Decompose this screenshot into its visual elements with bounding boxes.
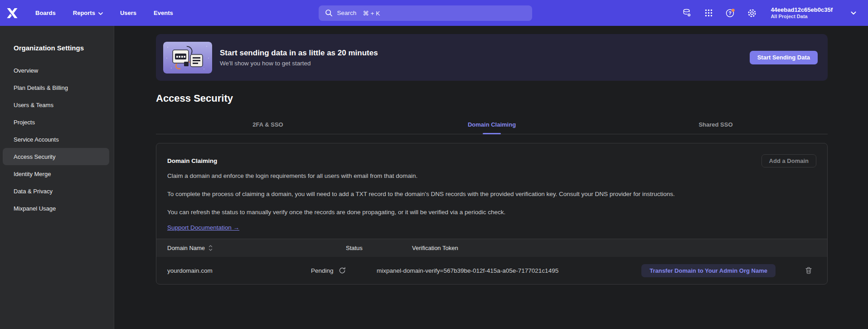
help-icon[interactable]: ? bbox=[725, 8, 735, 18]
domain-claiming-panel: Domain Claiming Add a Domain Claim a dom… bbox=[156, 143, 828, 285]
devices-illustration bbox=[163, 42, 212, 74]
banner-subtitle: We'll show you how to get started bbox=[220, 60, 378, 67]
page-title: Access Security bbox=[156, 93, 828, 104]
sidebar-item-mixpanel-usage[interactable]: Mixpanel Usage bbox=[3, 200, 109, 217]
data-management-icon[interactable] bbox=[682, 8, 692, 18]
panel-description-1: Claim a domain and enforce the login req… bbox=[167, 171, 707, 182]
nav-item-users[interactable]: Users bbox=[120, 10, 136, 16]
search-placeholder: Search bbox=[337, 10, 357, 16]
tab-shared-sso[interactable]: Shared SSO bbox=[604, 117, 828, 134]
domains-table: Domain Name Status Verification Token yo… bbox=[156, 239, 827, 284]
support-documentation-link[interactable]: Support Documentation → bbox=[167, 224, 239, 231]
transfer-domain-button[interactable]: Transfer Domain to Your Admin Org Name bbox=[641, 264, 776, 277]
project-scope: All Project Data bbox=[771, 14, 833, 20]
status-text: Pending bbox=[311, 267, 334, 274]
banner-title: Start sending data in as little as 20 mi… bbox=[220, 49, 378, 58]
sort-icon[interactable] bbox=[209, 245, 213, 251]
column-header-domain-name[interactable]: Domain Name bbox=[167, 245, 346, 251]
column-header-status: Status bbox=[346, 245, 412, 251]
sidebar-item-users-teams[interactable]: Users & Teams bbox=[3, 96, 109, 113]
banner-text: Start sending data in as little as 20 mi… bbox=[220, 49, 378, 67]
sidebar-title: Organization Settings bbox=[0, 44, 114, 52]
nav-item-reports[interactable]: Reports bbox=[73, 10, 103, 16]
nav-right-cluster: ? 44eebad12c65eb0c35f All Project Data bbox=[682, 6, 856, 20]
sidebar-item-access-security[interactable]: Access Security bbox=[3, 148, 109, 165]
status-cell: Pending bbox=[311, 267, 377, 274]
panel-title: Domain Claiming bbox=[167, 154, 217, 167]
search-area: Search ⌘ + K bbox=[173, 5, 682, 21]
panel-body: Domain Claiming Add a Domain Claim a dom… bbox=[156, 143, 827, 231]
project-chevron-down-icon[interactable] bbox=[851, 11, 856, 15]
search-shortcut: ⌘ + K bbox=[363, 10, 380, 17]
sidebar-item-identity-merge[interactable]: Identity Merge bbox=[3, 165, 109, 182]
table-header-row: Domain Name Status Verification Token bbox=[156, 239, 827, 257]
sidebar-item-plan-details-billing[interactable]: Plan Details & Billing bbox=[3, 79, 109, 96]
panel-description-2: To complete the process of claiming a do… bbox=[167, 189, 707, 200]
table-row: yourdomain.com Pending mixpanel-domain-v… bbox=[156, 257, 827, 284]
search-input[interactable]: Search ⌘ + K bbox=[319, 5, 532, 21]
start-sending-data-button[interactable]: Start Sending Data bbox=[750, 51, 818, 64]
project-id: 44eebad12c65eb0c35f bbox=[771, 6, 833, 14]
sidebar-item-service-accounts[interactable]: Service Accounts bbox=[3, 131, 109, 148]
settings-gear-icon[interactable] bbox=[747, 8, 757, 18]
mixpanel-logo[interactable] bbox=[6, 8, 18, 19]
chevron-down-icon bbox=[98, 10, 103, 16]
row-actions: Transfer Domain to Your Admin Org Name bbox=[641, 264, 816, 277]
tab-domain-claiming[interactable]: Domain Claiming bbox=[380, 117, 604, 134]
primary-nav: Boards Reports Users Events bbox=[35, 10, 173, 16]
apps-grid-icon[interactable] bbox=[703, 8, 713, 18]
svg-text:?: ? bbox=[729, 10, 732, 16]
tab-2fa-sso[interactable]: 2FA & SSO bbox=[156, 117, 380, 134]
panel-description-3: You can refresh the status to manually v… bbox=[167, 207, 707, 218]
sidebar-item-data-privacy[interactable]: Data & Privacy bbox=[3, 182, 109, 200]
sidebar-list: Overview Plan Details & Billing Users & … bbox=[0, 62, 114, 217]
add-domain-button[interactable]: Add a Domain bbox=[761, 154, 816, 167]
verification-token-cell: mixpanel-domain-verify=567b39be-012f-415… bbox=[377, 267, 641, 274]
delete-domain-trash-icon[interactable] bbox=[805, 266, 813, 275]
refresh-status-icon[interactable] bbox=[339, 267, 346, 274]
search-icon bbox=[325, 9, 333, 17]
nav-item-boards[interactable]: Boards bbox=[35, 10, 56, 16]
access-security-tabs: 2FA & SSO Domain Claiming Shared SSO bbox=[156, 117, 828, 134]
top-nav: Boards Reports Users Events Search ⌘ + K bbox=[0, 0, 868, 26]
sidebar-item-projects[interactable]: Projects bbox=[3, 113, 109, 131]
main-content: Start sending data in as little as 20 mi… bbox=[114, 26, 868, 329]
nav-item-events[interactable]: Events bbox=[154, 10, 173, 16]
onboarding-banner: Start sending data in as little as 20 mi… bbox=[156, 34, 828, 81]
org-settings-sidebar: Organization Settings Overview Plan Deta… bbox=[0, 26, 114, 329]
panel-header: Domain Claiming Add a Domain bbox=[167, 154, 816, 167]
column-header-verification-token: Verification Token bbox=[412, 245, 816, 251]
domain-name-cell: yourdomain.com bbox=[167, 267, 311, 274]
project-switcher[interactable]: 44eebad12c65eb0c35f All Project Data bbox=[771, 6, 833, 20]
sidebar-item-overview[interactable]: Overview bbox=[3, 62, 109, 79]
